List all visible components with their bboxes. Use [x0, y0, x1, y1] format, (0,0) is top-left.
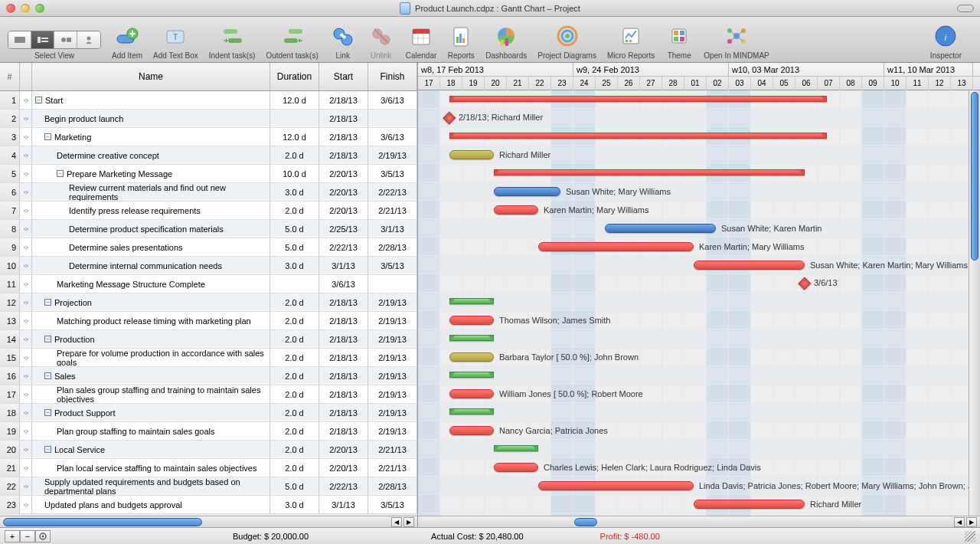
- start-cell[interactable]: 3/6/13: [319, 275, 368, 293]
- table-row[interactable]: 6Review current materials and find out n…: [0, 183, 417, 202]
- start-cell[interactable]: 2/22/13: [319, 238, 368, 256]
- task-name-cell[interactable]: Determine internal communication needs: [32, 257, 270, 274]
- theme-button[interactable]: Theme: [665, 22, 693, 60]
- finish-cell[interactable]: 3/5/13: [368, 257, 417, 274]
- disclosure-toggle[interactable]: −: [35, 97, 42, 103]
- start-cell[interactable]: 2/20/13: [319, 202, 368, 219]
- task-bar[interactable]: Barbara Taylor [ 50.0 %]; John Brown: [449, 352, 494, 362]
- finish-cell[interactable]: 2/19/13: [368, 404, 417, 421]
- col-header-duration[interactable]: Duration: [270, 63, 319, 90]
- task-bar[interactable]: Charles Lewis; Helen Clark; Laura Rodrig…: [494, 463, 538, 472]
- table-row[interactable]: 11Marketing Message Structure Complete3/…: [0, 275, 417, 293]
- table-row[interactable]: 9Determine sales presentations5.0 d2/22/…: [0, 238, 417, 257]
- start-cell[interactable]: 2/25/13: [319, 220, 368, 238]
- duration-cell[interactable]: 2.0 d: [270, 441, 319, 458]
- task-bar[interactable]: Linda Davis; Patricia Jones; Robert Moor…: [538, 481, 694, 490]
- outdent-button[interactable]: Outdent task(s): [266, 22, 318, 60]
- task-name-cell[interactable]: −Marketing: [32, 128, 270, 146]
- task-name-cell[interactable]: Updated plans and budgets approval: [32, 496, 270, 513]
- finish-cell[interactable]: 2/22/13: [368, 183, 417, 201]
- milestone-marker[interactable]: [443, 112, 456, 125]
- duration-cell[interactable]: 12.0 d: [270, 128, 319, 146]
- calendar-button[interactable]: Calendar: [406, 22, 437, 60]
- unlink-button[interactable]: Unlink: [368, 22, 395, 60]
- duration-cell[interactable]: 2.0 d: [270, 459, 319, 477]
- task-name-cell[interactable]: Supply updated requirements and budgets …: [32, 477, 270, 495]
- table-row[interactable]: 8Determine product specification materia…: [0, 220, 417, 238]
- add-text-box-button[interactable]: T Add Text Box: [153, 22, 198, 60]
- table-row[interactable]: 10Determine internal communication needs…: [0, 257, 417, 275]
- task-name-cell[interactable]: Determine creative concept: [32, 146, 270, 164]
- start-cell[interactable]: 3/1/13: [319, 257, 368, 274]
- summary-bar[interactable]: [494, 169, 805, 175]
- table-row[interactable]: 12−Projection2.0 d2/18/132/19/13: [0, 293, 417, 312]
- table-row[interactable]: 7Identify press release requirements2.0 …: [0, 202, 417, 220]
- toolbar-toggle-button[interactable]: [957, 5, 974, 12]
- duration-cell[interactable]: 3.0 d: [270, 183, 319, 201]
- finish-cell[interactable]: 3/5/13: [368, 496, 417, 513]
- disclosure-toggle[interactable]: −: [44, 446, 51, 453]
- start-cell[interactable]: 2/18/13: [319, 330, 368, 348]
- task-name-cell[interactable]: −Start: [32, 91, 270, 109]
- finish-cell[interactable]: 2/19/13: [368, 422, 417, 440]
- settings-button[interactable]: [35, 530, 51, 542]
- task-name-cell[interactable]: Plan sales group staffing and training t…: [32, 385, 270, 403]
- link-button[interactable]: Link: [329, 22, 357, 60]
- duration-cell[interactable]: 2.0 d: [270, 404, 319, 421]
- col-header-start[interactable]: Start: [319, 63, 368, 90]
- task-name-cell[interactable]: −Local Service: [32, 441, 270, 458]
- finish-cell[interactable]: 2/19/13: [368, 367, 417, 385]
- duration-cell[interactable]: 2.0 d: [270, 312, 319, 329]
- finish-cell[interactable]: 3/1/13: [368, 220, 417, 238]
- finish-cell[interactable]: 3/5/13: [368, 165, 417, 182]
- table-row[interactable]: 20−Local Service2.0 d2/20/132/21/13: [0, 441, 417, 459]
- finish-cell[interactable]: 2/19/13: [368, 330, 417, 348]
- scroll-left-icon[interactable]: ◀: [391, 517, 402, 527]
- summary-bar[interactable]: [449, 408, 494, 415]
- start-cell[interactable]: 2/18/13: [319, 110, 368, 127]
- milestone-marker[interactable]: [799, 277, 812, 290]
- disclosure-toggle[interactable]: −: [44, 409, 51, 416]
- gantt-hscrollbar[interactable]: ◀ ▶: [418, 516, 980, 527]
- task-name-cell[interactable]: Determine sales presentations: [32, 238, 270, 256]
- duration-cell[interactable]: 3.0 d: [270, 257, 319, 274]
- start-cell[interactable]: 2/18/13: [319, 128, 368, 146]
- task-bar[interactable]: Susan White; Karen Martin; Mary Williams: [694, 261, 805, 270]
- summary-bar[interactable]: [494, 445, 538, 451]
- duration-cell[interactable]: [270, 275, 319, 293]
- start-cell[interactable]: 2/20/13: [319, 165, 368, 182]
- table-row[interactable]: 5−Prepare Marketing Message10.0 d2/20/13…: [0, 165, 417, 183]
- table-row[interactable]: 17Plan sales group staffing and training…: [0, 385, 417, 404]
- finish-cell[interactable]: 2/19/13: [368, 349, 417, 366]
- finish-cell[interactable]: 2/19/13: [368, 312, 417, 329]
- task-bar[interactable]: Karen Martin; Mary Williams: [538, 242, 694, 251]
- scroll-right-icon[interactable]: ▶: [966, 517, 977, 527]
- table-row[interactable]: 4Determine creative concept2.0 d2/18/132…: [0, 146, 417, 165]
- table-row[interactable]: 16−Sales2.0 d2/18/132/19/13: [0, 367, 417, 385]
- duration-cell[interactable]: 2.0 d: [270, 202, 319, 219]
- task-name-cell[interactable]: −Product Support: [32, 404, 270, 421]
- table-row[interactable]: 3−Marketing12.0 d2/18/133/6/13: [0, 128, 417, 146]
- start-cell[interactable]: 2/18/13: [319, 293, 368, 311]
- table-row[interactable]: 19Plan group staffing to maintain sales …: [0, 422, 417, 441]
- duration-cell[interactable]: 10.0 d: [270, 165, 319, 182]
- start-cell[interactable]: 2/18/13: [319, 349, 368, 366]
- disclosure-toggle[interactable]: −: [44, 133, 51, 140]
- remove-row-button[interactable]: −: [20, 530, 35, 542]
- finish-cell[interactable]: [368, 275, 417, 293]
- duration-cell[interactable]: 2.0 d: [270, 422, 319, 440]
- indent-button[interactable]: Indent task(s): [209, 22, 256, 60]
- start-cell[interactable]: 2/20/13: [319, 459, 368, 477]
- resize-grip[interactable]: [965, 531, 975, 542]
- start-cell[interactable]: 2/18/13: [319, 385, 368, 403]
- task-name-cell[interactable]: Identify press release requirements: [32, 202, 270, 219]
- summary-bar[interactable]: [449, 133, 827, 139]
- col-header-marker[interactable]: [20, 63, 32, 90]
- task-bar[interactable]: Nancy Garcia; Patricia Jones: [449, 426, 494, 435]
- col-header-name[interactable]: Name: [32, 63, 270, 90]
- task-name-cell[interactable]: −Projection: [32, 293, 270, 311]
- start-cell[interactable]: 2/18/13: [319, 367, 368, 385]
- start-cell[interactable]: 2/20/13: [319, 441, 368, 458]
- finish-cell[interactable]: 2/28/13: [368, 477, 417, 495]
- finish-cell[interactable]: 3/6/13: [368, 91, 417, 109]
